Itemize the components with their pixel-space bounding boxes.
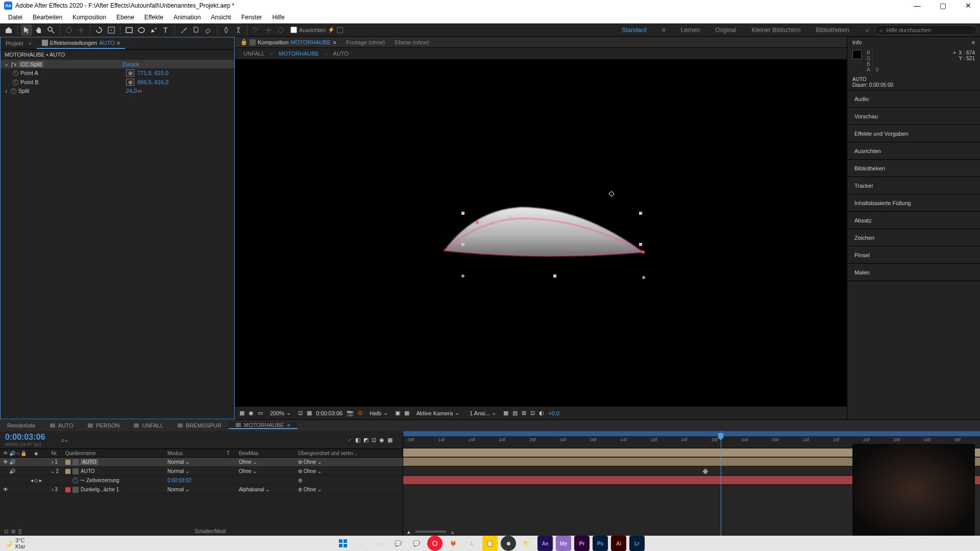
stopwatch-point-b[interactable]: [13, 80, 18, 85]
view-opt-4-icon[interactable]: ⊡: [530, 410, 535, 416]
comp-tab-layer[interactable]: Ebene (ohne): [390, 39, 434, 45]
col-kf-nav-icon[interactable]: ◆: [34, 450, 38, 456]
lock-icon[interactable]: 🔒: [240, 39, 248, 45]
col-video-icon[interactable]: 👁: [3, 450, 8, 456]
bc-auto[interactable]: AUTO: [333, 51, 349, 57]
viewer-timecode[interactable]: 0:00:03:06: [316, 410, 342, 416]
param-value-split[interactable]: 24,0: [126, 88, 137, 94]
layer-prop-row[interactable]: ◂◇▸ ⤳ Zeitverzerrung 0:00:03:02 ⊚: [0, 476, 403, 485]
bbox-handle[interactable]: [553, 274, 556, 278]
kf-next-icon[interactable]: ▸: [39, 478, 42, 483]
menu-fenster[interactable]: Fenster: [236, 14, 267, 21]
layer-row-1[interactable]: 👁🔊 › 1 AUTO Normal ⌄ Ohne ⌄ ⊚ Ohne ⌄: [0, 458, 403, 467]
bbox-handle[interactable]: [461, 212, 464, 215]
tl-footer-icon1[interactable]: ⊡: [4, 529, 8, 534]
layer-row-3[interactable]: 👁 › 3 Dunkelg...äche 1 Normal ⌄ Alphakan…: [0, 485, 403, 494]
help-search[interactable]: ⌕ Hilfe durchsuchen: [875, 25, 977, 35]
hand-tool[interactable]: [33, 24, 44, 36]
ellipse-tool[interactable]: [136, 24, 147, 36]
zoom-out-icon[interactable]: ▴: [407, 529, 410, 535]
tl-motion-blur-icon[interactable]: ◉: [379, 437, 384, 443]
world-axis-tool[interactable]: [263, 24, 274, 36]
bbox-handle[interactable]: [461, 243, 464, 246]
switches-toggle[interactable]: Schalter/Modi: [22, 529, 399, 534]
panel-bibliotheken[interactable]: Bibliotheken: [847, 160, 980, 177]
taskbar-app1[interactable]: ♟: [464, 536, 479, 551]
menu-datei[interactable]: Datei: [3, 14, 28, 21]
bbox-handle[interactable]: [639, 243, 642, 246]
rect-tool[interactable]: [124, 24, 135, 36]
effect-name[interactable]: CC Split: [19, 61, 43, 67]
view-opt-3-icon[interactable]: ⊞: [522, 410, 526, 416]
comp-tab-footage[interactable]: Footage (ohne): [341, 39, 390, 45]
tl-tab-auto[interactable]: AUTO: [43, 422, 81, 429]
taskbar-explorer[interactable]: 📁: [519, 536, 534, 551]
kf-add-icon[interactable]: ◇: [34, 478, 38, 483]
close-button[interactable]: ✕: [961, 2, 976, 10]
param-value-point-a[interactable]: 771,5, 615,0: [137, 70, 168, 76]
menu-hilfe[interactable]: Hilfe: [267, 14, 289, 21]
panel-fuellung[interactable]: Inhaltsbasierte Füllung: [847, 194, 980, 212]
taskbar-ae[interactable]: Ae: [537, 536, 553, 551]
taskbar-teams[interactable]: 💬: [390, 536, 406, 551]
taskbar-start[interactable]: [335, 536, 351, 551]
tl-tab-person[interactable]: PERSON: [81, 422, 127, 429]
tab-effect-controls[interactable]: Effekteinstellungen AUTO ≡: [37, 37, 126, 49]
timeline-timecode[interactable]: 0:00:03:06: [5, 433, 45, 442]
roto-tool[interactable]: [220, 24, 232, 36]
close-tab-icon[interactable]: ×: [28, 40, 31, 46]
eraser-tool[interactable]: [203, 24, 214, 36]
keyframe-marker[interactable]: [702, 468, 708, 474]
rotate-tool[interactable]: [93, 24, 105, 36]
taskbar-opera[interactable]: O: [427, 536, 443, 551]
effect-reset[interactable]: Zurück: [122, 61, 139, 67]
taskbar-search[interactable]: ⌕: [354, 536, 369, 551]
anchor-tool[interactable]: [106, 24, 117, 36]
taskbar-app2[interactable]: 📋: [482, 536, 498, 551]
pen-tool[interactable]: [148, 24, 159, 36]
panel-tracker[interactable]: Tracker: [847, 177, 980, 194]
channel-icon[interactable]: ⊙: [358, 410, 362, 416]
puppet-tool[interactable]: [233, 24, 244, 36]
workspace-lernen[interactable]: Lernen: [681, 27, 700, 34]
effect-toggle[interactable]: ⌄: [4, 61, 9, 67]
prop-value[interactable]: 0:00:03:02: [164, 478, 220, 483]
res-lock-icon[interactable]: ⊡: [298, 410, 303, 416]
taskbar-taskview[interactable]: ▭: [372, 536, 387, 551]
exposure-reset-icon[interactable]: ◐: [539, 410, 544, 416]
workspace-standard[interactable]: Standard: [622, 27, 647, 34]
alpha-toggle-icon[interactable]: ▦: [239, 410, 244, 416]
taskbar-pr[interactable]: Pr: [574, 536, 590, 551]
comp-viewer[interactable]: [235, 59, 847, 406]
render-toggle-icon[interactable]: ◉: [249, 410, 254, 416]
crosshair-icon[interactable]: ⊕: [126, 69, 134, 77]
playhead[interactable]: [721, 431, 721, 536]
col-audio-icon[interactable]: 🔊: [9, 450, 15, 456]
pan-tool[interactable]: [76, 24, 87, 36]
tab-project[interactable]: Projekt ×: [1, 37, 37, 49]
bc-unfall[interactable]: UNFALL: [243, 51, 265, 57]
tab-menu-icon[interactable]: ≡: [287, 422, 290, 428]
view-axis-tool[interactable]: [275, 24, 286, 36]
bbox-handle[interactable]: [461, 274, 464, 278]
panel-malen[interactable]: Malen: [847, 264, 980, 281]
panel-ausrichten[interactable]: Ausrichten: [847, 142, 980, 160]
tl-frame-blend-icon[interactable]: ⊡: [372, 437, 376, 443]
camera-dropdown[interactable]: Aktive Kamera ⌄: [413, 410, 463, 416]
menu-ebene[interactable]: Ebene: [111, 14, 139, 21]
workspace-bibliotheken[interactable]: Bibliotheken: [816, 27, 849, 34]
taskbar-whatsapp[interactable]: 💬: [409, 536, 424, 551]
workspace-overflow[interactable]: »: [861, 27, 874, 33]
tab-menu-icon[interactable]: ≡: [333, 39, 336, 45]
roi-icon[interactable]: ▣: [395, 410, 400, 416]
taskbar-obs[interactable]: ⏺: [501, 536, 516, 551]
transparency-icon[interactable]: ▦: [404, 410, 409, 416]
workspace-original[interactable]: Original: [715, 27, 736, 34]
zoom-in-icon[interactable]: ▵: [451, 529, 454, 535]
grid-icon[interactable]: ▦: [307, 410, 312, 416]
orbit-tool[interactable]: [63, 24, 75, 36]
stopwatch-point-a[interactable]: [13, 70, 18, 76]
taskbar-ps[interactable]: Ps: [593, 536, 608, 551]
tl-brainstorm-icon[interactable]: ▦: [387, 437, 393, 443]
resolution-dropdown[interactable]: Halb ⌄: [366, 410, 391, 416]
